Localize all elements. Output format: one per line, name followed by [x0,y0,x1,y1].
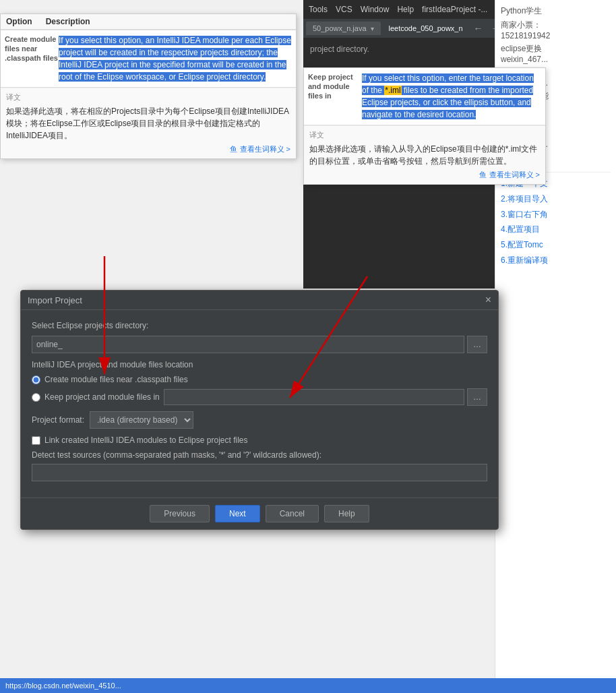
import-project-dialog: Import Project × Select Eclipse projects… [20,290,499,530]
header-description: Description [46,17,90,26]
eclipse-dir-row: … [32,336,487,353]
tooltip-right-content: Keep project and module files in If you … [304,68,545,125]
status-url: https://blog.csdn.net/weixin_4510... [5,682,121,690]
eclipse-dir-label: Select Eclipse projects directory: [32,321,487,330]
format-row: Project format: .idea (directory based) [32,411,487,429]
dialog-titlebar: Import Project × [21,291,498,310]
desc-highlight-left: If you select this option, an IntelliJ I… [59,36,291,82]
radio-classpath-label: Create module files near .classpath file… [44,375,188,384]
toc-item-3[interactable]: 3.窗口右下角 [501,209,611,220]
trans-label-right: 译文 [309,130,540,140]
sidebar-blog-item-1: Python学生 [501,5,611,17]
eclipse-dir-input[interactable] [32,336,464,353]
toc-item-2[interactable]: 2.将项目导入 [501,193,611,205]
translation-right: 译文 如果选择此选项，请输入从导入的Eclipse项目中创建的*.iml文件的目… [304,125,545,184]
desc-col-left: If you select this option, an IntelliJ I… [59,34,292,83]
toc-item-4[interactable]: 4.配置项目 [501,224,611,235]
radio-row-2: Keep project and module files in … [32,388,487,406]
tooltip-right: Keep project and module files in If you … [303,67,546,185]
option-col-right: Keep project and module files in [308,72,362,121]
vcs-menu[interactable]: VCS [336,5,352,14]
toc-item-5[interactable]: 5.配置Tomc [501,239,611,251]
tools-menu[interactable]: Tools [309,5,328,14]
link-modules-label: Link created IntelliJ IDEA modules to Ec… [44,435,247,445]
tab-icon-arrow: ▾ [371,25,374,32]
tab-leetcode[interactable]: leetcode_050_powx_n [382,22,470,35]
option-col-left: Create module files near .classpath file… [5,34,59,83]
tooltip-left-header: Option Description [1,14,296,30]
radio-group-location: Create module files near .classpath file… [32,375,487,406]
radio-keepfiles-label: Keep project and module files in [44,392,160,402]
option-text-left: Create module files near .classpath file… [5,35,58,62]
format-label: Project format: [32,415,84,425]
toc-link-2[interactable]: 2.将项目导入 [501,194,548,204]
sidebar-user-value-3: weixin_467... [501,55,611,64]
trans-label-left: 译文 [6,92,290,102]
toc-link-6[interactable]: 6.重新编译项 [501,255,548,265]
dialog-body: Select Eclipse projects directory: … Int… [21,310,498,498]
keepfiles-path-input[interactable] [164,389,464,405]
toc-item-6[interactable]: 6.重新编译项 [501,255,611,266]
eclipse-dir-browse[interactable]: … [467,336,487,353]
translation-left: 译文 如果选择此选项，将在相应的Projects目录中为每个Eclipse项目创… [1,88,296,158]
detect-label: Detect test sources (comma-separated pat… [32,450,487,460]
dialog-footer: Previous Next Cancel Help [21,498,498,529]
sidebar-blog-item-3: eclipse更换 weixin_467... [501,43,611,64]
location-label: IntelliJ IDEA project and module files l… [32,360,487,369]
link-modules-checkbox[interactable] [32,436,40,445]
link-modules-row: Link created IntelliJ IDEA modules to Ec… [32,435,487,445]
sidebar-user-label-2: 商家小票： [501,20,611,31]
tab-label-2: leetcode_050_powx_n [389,24,463,32]
radio-row-1: Create module files near .classpath file… [32,375,487,384]
sidebar-user-value-2: 15218191942 [501,31,611,40]
toc-link-5[interactable]: 5.配置Tomc [501,240,543,249]
tooltip-left-content: Create module files near .classpath file… [1,30,296,87]
trans-text-left: 如果选择此选项，将在相应的Projects目录中为每个Eclipse项目创建In… [6,105,290,142]
project-name: firstIdeaProject -... [422,5,487,14]
nav-back-button[interactable]: ← [471,22,486,35]
ide-content-text: project directory. [310,44,488,54]
previous-button[interactable]: Previous [150,505,210,522]
help-button[interactable]: Help [324,505,369,522]
trans-link-right[interactable]: 鱼 查看生词释义 > [309,170,540,180]
detect-input[interactable] [32,464,487,481]
desc-highlight-right: If you select this option, enter the tar… [362,73,534,119]
ide-top-bar: Tools VCS Window Help firstIdeaProject -… [303,0,495,19]
toc-link-3[interactable]: 3.窗口右下角 [501,210,548,219]
sidebar-user-label-3: eclipse更换 [501,43,611,55]
dialog-title: Import Project [28,295,82,305]
sidebar-blog-item-2: 商家小票： 15218191942 [501,20,611,40]
status-bar: https://blog.csdn.net/weixin_4510... [0,678,616,693]
tab-java-file[interactable]: 50_powx_n.java ▾ [306,22,381,35]
cancel-button[interactable]: Cancel [266,505,319,522]
radio-keepfiles[interactable] [32,393,40,402]
header-option: Option [6,17,32,26]
ide-tab-bar: 50_powx_n.java ▾ leetcode_050_powx_n ← →… [303,19,495,38]
dialog-close-button[interactable]: × [485,295,491,305]
window-menu[interactable]: Window [361,5,390,14]
toc-link-4[interactable]: 4.配置项目 [501,224,540,234]
keepfiles-browse[interactable]: … [467,388,487,406]
tab-label-1: 50_powx_n.java [313,24,367,32]
radio-classpath[interactable] [32,375,40,384]
trans-link-left[interactable]: 鱼 查看生词释义 > [6,144,290,154]
sidebar-user-1: Python学生 [501,5,611,17]
format-select[interactable]: .idea (directory based) [90,411,193,429]
next-button[interactable]: Next [215,505,260,522]
iml-highlight: *.iml [384,86,401,95]
tooltip-left: Option Description Create module files n… [0,13,297,159]
desc-col-right: If you select this option, enter the tar… [362,72,541,121]
help-menu[interactable]: Help [397,5,414,14]
option-text-right: Keep project and module files in [308,73,353,100]
trans-text-right: 如果选择此选项，请输入从导入的Eclipse项目中创建的*.iml文件的目标位置… [309,143,540,167]
